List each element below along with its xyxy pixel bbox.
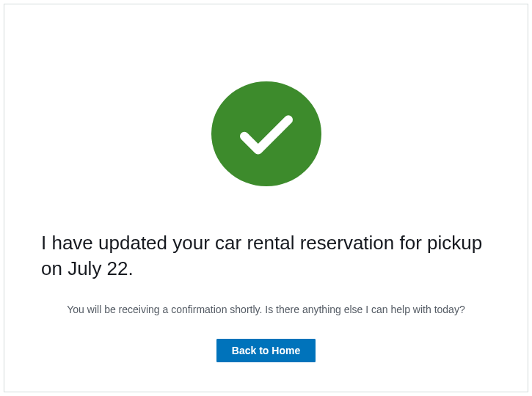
success-checkmark-icon: [211, 81, 321, 186]
back-to-home-button[interactable]: Back to Home: [216, 339, 316, 362]
confirmation-card: I have updated your car rental reservati…: [4, 4, 528, 392]
confirmation-heading: I have updated your car rental reservati…: [41, 230, 491, 282]
confirmation-subtext: You will be receiving a confirmation sho…: [67, 304, 464, 315]
